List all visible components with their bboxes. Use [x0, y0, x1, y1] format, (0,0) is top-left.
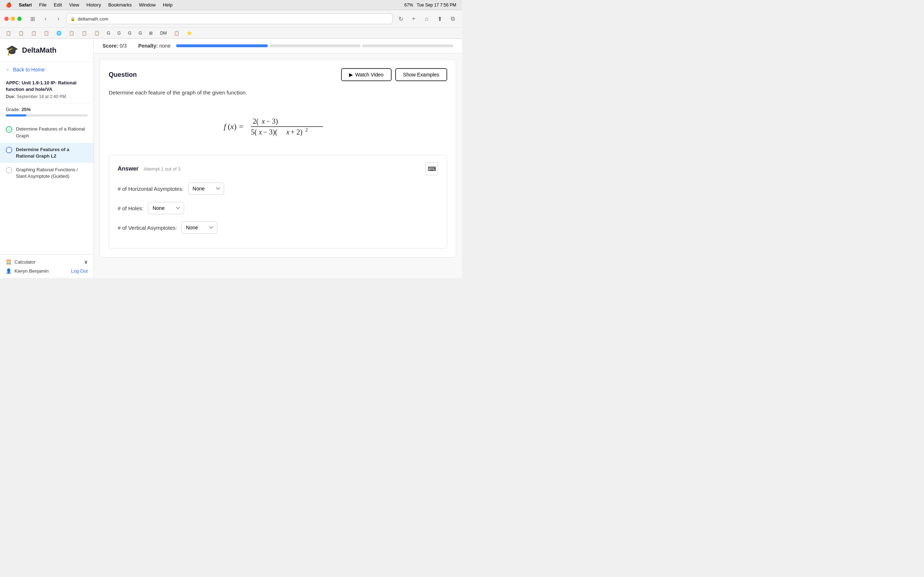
svg-text:): ) — [234, 122, 236, 131]
help-menu[interactable]: Help — [163, 2, 173, 8]
progress-bars — [176, 44, 453, 47]
bookmark-1[interactable]: 📋 — [3, 30, 14, 36]
show-examples-button[interactable]: Show Examples — [395, 68, 447, 81]
history-menu[interactable]: History — [86, 2, 101, 8]
bookmark-google-1[interactable]: G — [104, 30, 113, 36]
formula-svg: f ( x ) = 2( x − 3) 5( x − 3)( x — [220, 113, 336, 142]
minimize-button[interactable] — [11, 16, 15, 21]
svg-text:=: = — [239, 122, 243, 131]
bookmark-dm[interactable]: DM — [157, 30, 170, 36]
question-prompt: Determine each feature of the graph of t… — [109, 89, 447, 97]
url-text: deltamath.com — [78, 16, 108, 22]
apple-menu[interactable]: 🍎 — [6, 2, 11, 8]
problem-status-completed: ✓ — [6, 126, 12, 133]
bookmarks-bar: 📋 📋 📋 📋 🌐 📋 📋 📋 G G G G ⊞ DM 📋 ⭐ — [0, 27, 462, 38]
tabs-button[interactable]: ⧉ — [447, 14, 458, 24]
back-button[interactable]: ‹ — [40, 14, 50, 24]
bookmark-grid[interactable]: ⊞ — [146, 30, 155, 36]
assignment-title: APPC: Unit 1.9-1.10 IP- Rational functio… — [6, 80, 88, 93]
home-button[interactable]: ⌂ — [422, 14, 432, 24]
bookmark-6[interactable]: 📋 — [66, 30, 77, 36]
calculator-row[interactable]: 🧮 Calculator ∨ — [6, 259, 88, 265]
sidebar: 🎓 DeltaMath ← Back to Home APPC: Unit 1.… — [0, 39, 94, 278]
back-arrow-icon: ← — [6, 67, 11, 73]
problem-item-3[interactable]: Graphing Rational Functions / Slant Asym… — [0, 163, 94, 183]
battery-indicator: 67% — [404, 3, 413, 8]
browser-chrome: ⊞ ‹ › 🔒 deltamath.com ↻ + ⌂ ⬆ ⧉ 📋 📋 📋 📋 … — [0, 10, 462, 39]
maximize-button[interactable] — [17, 16, 22, 21]
edit-menu[interactable]: Edit — [54, 2, 62, 8]
bookmark-google-2[interactable]: G — [115, 30, 123, 36]
sidebar-bottom: 🧮 Calculator ∨ 👤 Kieryn Benjamin Log Out — [0, 254, 94, 278]
grade-value: 25% — [21, 107, 31, 112]
user-row: 👤 Kieryn Benjamin Log Out — [6, 268, 88, 274]
problem-list: ✓ Determine Features of a Rational Graph… — [0, 119, 94, 254]
share-button[interactable]: ⬆ — [435, 14, 445, 24]
address-bar[interactable]: 🔒 deltamath.com — [66, 13, 393, 24]
vertical-asymptotes-select[interactable]: None 0 1 2 — [181, 221, 217, 234]
reload-button[interactable]: ↻ — [396, 14, 406, 24]
svg-text:x: x — [286, 128, 289, 136]
bookmark-7[interactable]: 📋 — [79, 30, 90, 36]
bookmark-4[interactable]: 📋 — [41, 30, 52, 36]
app-logo-text: DeltaMath — [22, 46, 57, 55]
holes-select[interactable]: None 0 1 2 — [148, 202, 184, 214]
watch-video-label: Watch Video — [355, 72, 384, 77]
progress-bar-3 — [362, 44, 453, 47]
bookmarks-menu[interactable]: Bookmarks — [108, 2, 132, 8]
menu-items: 🍎 Safari File Edit View History Bookmark… — [6, 2, 173, 8]
sidebar-toggle-button[interactable]: ⊞ — [27, 14, 37, 24]
window-controls — [4, 16, 22, 21]
logout-button[interactable]: Log Out — [71, 268, 88, 274]
horizontal-asymptotes-select[interactable]: None 0 1 2 — [188, 182, 224, 195]
penalty-value: none — [159, 43, 170, 49]
answer-title-area: Answer Attempt 1 out of 3 — [118, 166, 181, 172]
main-content: Score: 0/3 Penalty: none Question ▶ — [94, 39, 462, 278]
bookmark-google-3[interactable]: G — [125, 30, 134, 36]
question-title: Question — [109, 71, 137, 79]
calculator-icon: 🧮 — [6, 259, 11, 265]
problem-status-empty — [6, 167, 12, 174]
calculator-chevron-icon: ∨ — [84, 259, 88, 265]
graduation-cap-icon: 🎓 — [6, 44, 18, 56]
score-text: Score: 0/3 — [102, 43, 127, 49]
due-label: Due: — [6, 94, 16, 99]
forward-button[interactable]: › — [53, 14, 63, 24]
holes-label: # of Holes: — [118, 205, 144, 211]
bookmark-5[interactable]: 🌐 — [53, 30, 65, 36]
keyboard-button[interactable]: ⌨ — [425, 162, 438, 175]
problem-name-3: Graphing Rational Functions / Slant Asym… — [16, 167, 88, 180]
bookmark-3[interactable]: 📋 — [28, 30, 39, 36]
new-tab-button[interactable]: + — [409, 14, 419, 24]
problem-status-current — [6, 147, 12, 153]
bookmark-dm2[interactable]: 📋 — [171, 30, 182, 36]
close-button[interactable] — [4, 16, 9, 21]
answer-header: Answer Attempt 1 out of 3 ⌨ — [118, 162, 438, 175]
svg-text:− 3): − 3) — [266, 117, 278, 126]
question-header: Question ▶ Watch Video Show Examples — [109, 68, 447, 81]
back-to-home-label: Back to Home — [13, 67, 45, 73]
bookmark-star[interactable]: ⭐ — [184, 30, 195, 36]
app-name[interactable]: Safari — [19, 2, 32, 8]
svg-text:x: x — [261, 117, 265, 125]
problem-name-2: Determine Features of a Rational Graph L… — [16, 147, 88, 160]
progress-bar-1 — [176, 44, 267, 47]
problem-item-2[interactable]: Determine Features of a Rational Graph L… — [0, 143, 94, 163]
penalty-label: Penalty: — [138, 43, 158, 49]
play-icon: ▶ — [349, 72, 353, 77]
window-menu[interactable]: Window — [139, 2, 155, 8]
grade-fill — [6, 114, 26, 116]
back-to-home-link[interactable]: ← Back to Home — [0, 62, 94, 77]
bookmark-google-4[interactable]: G — [136, 30, 145, 36]
problem-item-1[interactable]: ✓ Determine Features of a Rational Graph — [0, 122, 94, 142]
file-menu[interactable]: File — [39, 2, 47, 8]
grade-info: Grade: 25% — [0, 104, 94, 119]
bookmark-2[interactable]: 📋 — [16, 30, 27, 36]
svg-text:+ 2): + 2) — [291, 128, 302, 136]
bookmark-8[interactable]: 📋 — [91, 30, 102, 36]
view-menu[interactable]: View — [69, 2, 79, 8]
vertical-asymptotes-row: # of Vertical Asymptotes: None 0 1 2 — [118, 221, 438, 234]
user-name: Kieryn Benjamin — [15, 268, 49, 274]
watch-video-button[interactable]: ▶ Watch Video — [341, 68, 392, 81]
svg-text:x: x — [230, 122, 234, 131]
